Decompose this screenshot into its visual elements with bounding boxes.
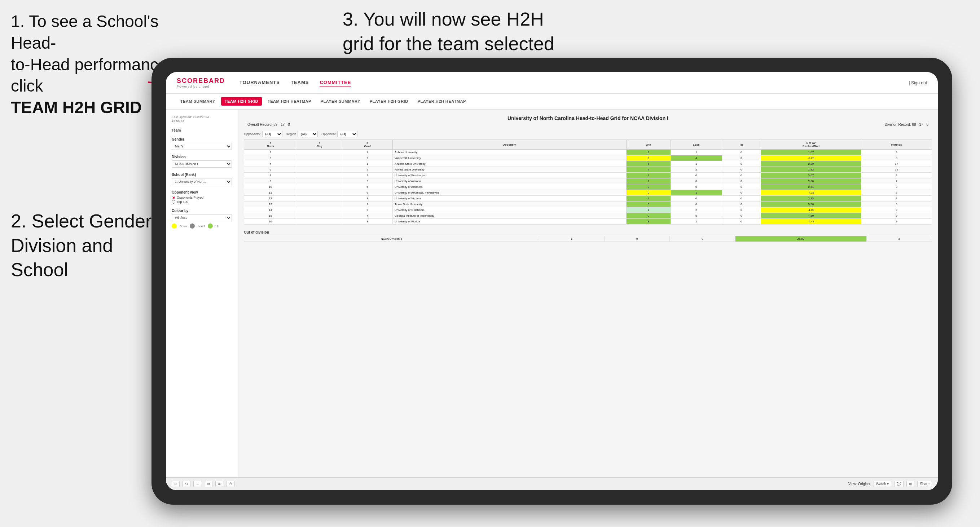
- tab-team-h2h-grid[interactable]: TEAM H2H GRID: [221, 97, 262, 106]
- table-cell: 3: [342, 219, 393, 225]
- table-cell: 0: [722, 156, 761, 161]
- table-cell: 9: [861, 219, 932, 225]
- sidebar-timestamp: Last Updated: 27/03/2024 16:55:38: [172, 115, 232, 122]
- table-cell: [297, 149, 342, 156]
- table-cell: 1: [671, 219, 722, 225]
- table-cell: 4: [342, 213, 393, 219]
- grid-button[interactable]: ⊞: [907, 481, 914, 487]
- table-cell: -4.33: [761, 190, 861, 196]
- table-cell: 4: [626, 167, 671, 173]
- division-select[interactable]: NCAA Division I: [172, 160, 232, 168]
- grid-title: University of North Carolina Head-to-Hea…: [244, 115, 932, 121]
- grid-area: University of North Carolina Head-to-Hea…: [238, 110, 938, 477]
- table-cell: 5.56: [761, 202, 861, 207]
- table-cell: [297, 196, 342, 202]
- table-cell: 0: [671, 173, 722, 178]
- col-win: Win: [626, 140, 671, 149]
- table-cell: 0: [626, 156, 671, 161]
- table-cell: 2.33: [761, 196, 861, 202]
- comment-button[interactable]: 💬: [894, 481, 904, 487]
- table-cell: 0: [671, 178, 722, 184]
- sign-out[interactable]: | Sign out: [909, 80, 928, 86]
- table-cell: 9: [244, 178, 297, 184]
- tab-player-h2h-heatmap[interactable]: PLAYER H2H HEATMAP: [414, 97, 469, 106]
- tab-team-summary[interactable]: TEAM SUMMARY: [177, 97, 219, 106]
- nav-items: TOURNAMENTS TEAMS COMMITTEE: [240, 78, 908, 87]
- tab-player-h2h-grid[interactable]: PLAYER H2H GRID: [366, 97, 412, 106]
- table-cell: 3: [861, 190, 932, 196]
- clock-button[interactable]: ⏱: [226, 481, 235, 487]
- annotation-2-line1: 2. Select Gender,: [11, 211, 156, 232]
- undo-button[interactable]: ↩: [172, 481, 180, 487]
- copy-button[interactable]: ⧉: [205, 481, 212, 487]
- tab-player-summary[interactable]: PLAYER SUMMARY: [317, 97, 364, 106]
- sidebar-colour-section: Colour by Win/loss Down Level Up: [172, 209, 232, 229]
- radio-group: Opponents Played Top 100: [172, 196, 232, 204]
- table-cell: 3: [626, 219, 671, 225]
- table-cell: 9: [861, 213, 932, 219]
- out-of-division-table: NCAA Division II 1 0 0 26.00 3: [244, 236, 932, 242]
- nav-teams[interactable]: TEAMS: [291, 78, 309, 87]
- table-cell: Auburn University: [393, 149, 627, 156]
- sidebar: Last Updated: 27/03/2024 16:55:38 Team G…: [166, 110, 238, 477]
- table-cell: 8: [244, 173, 297, 178]
- table-cell: 0: [671, 184, 722, 190]
- gender-label: Gender: [172, 137, 232, 141]
- division-label: Division: [172, 155, 232, 159]
- school-select[interactable]: 1. University of Nort...: [172, 178, 232, 185]
- filter-opponents-select[interactable]: (All): [262, 131, 282, 137]
- table-cell: 2: [342, 173, 393, 178]
- nav-committee[interactable]: COMMITTEE: [320, 78, 351, 87]
- tab-team-h2h-heatmap[interactable]: TEAM H2H HEATMAP: [264, 97, 315, 106]
- table-cell: Arizona State University: [393, 161, 627, 167]
- table-cell: 0: [626, 190, 671, 196]
- opponent-view-label: Opponent View: [172, 190, 232, 194]
- table-cell: 3: [626, 202, 671, 207]
- level-colour-dot: [190, 224, 195, 229]
- table-cell: Florida State University: [393, 167, 627, 173]
- sidebar-gender-section: Gender Men's: [172, 137, 232, 150]
- table-cell: 0: [626, 213, 671, 219]
- nav-tournaments[interactable]: TOURNAMENTS: [240, 78, 280, 87]
- radio-dot-top100: [172, 200, 175, 204]
- colour-by-label: Colour by: [172, 209, 232, 213]
- table-cell: 1: [626, 178, 671, 184]
- watch-button[interactable]: Watch ▾: [873, 481, 892, 487]
- table-cell: 11: [244, 190, 297, 196]
- gender-select[interactable]: Men's: [172, 143, 232, 150]
- col-reg: # Reg: [297, 140, 342, 149]
- share-button[interactable]: Share: [917, 481, 932, 487]
- table-row: 163University of Florida310-4.429: [244, 219, 932, 225]
- table-cell: 3: [626, 184, 671, 190]
- radio-opponents-played[interactable]: Opponents Played: [172, 196, 232, 199]
- colour-by-select[interactable]: Win/loss: [172, 214, 232, 221]
- school-label: School (Rank): [172, 173, 232, 177]
- redo-button[interactable]: ↪: [183, 481, 191, 487]
- table-cell: 2.61: [761, 184, 861, 190]
- h2h-table: # Rank # Reg # Conf Opponent Win Loss Ti…: [244, 140, 932, 225]
- radio-top100[interactable]: Top 100: [172, 200, 232, 204]
- table-cell: 3: [244, 156, 297, 161]
- table-cell: [297, 161, 342, 167]
- sidebar-team-section: Team: [172, 128, 232, 132]
- table-cell: [297, 219, 342, 225]
- tablet-screen: SCOREBARD Powered by clippd TOURNAMENTS …: [166, 72, 938, 490]
- table-cell: 4: [671, 156, 722, 161]
- team-label: Team: [172, 128, 232, 132]
- table-cell: University of Arkansas, Fayetteville: [393, 190, 627, 196]
- table-cell: 6: [244, 167, 297, 173]
- table-cell: 2: [861, 178, 932, 184]
- table-cell: 1: [671, 161, 722, 167]
- col-rounds: Rounds: [861, 140, 932, 149]
- back-button[interactable]: ←: [193, 481, 202, 487]
- table-cell: 3: [861, 196, 932, 202]
- table-cell: 2: [342, 156, 393, 161]
- filter-opponent-select[interactable]: (All): [337, 131, 358, 137]
- table-cell: 0: [722, 219, 761, 225]
- table-cell: 14: [244, 207, 297, 213]
- table-cell: 3: [342, 178, 393, 184]
- paste-button[interactable]: ⊕: [215, 481, 223, 487]
- filter-region-select[interactable]: (All): [298, 131, 318, 137]
- out-of-division-row: NCAA Division II 1 0 0 26.00 3: [244, 236, 932, 242]
- table-cell: 0: [722, 184, 761, 190]
